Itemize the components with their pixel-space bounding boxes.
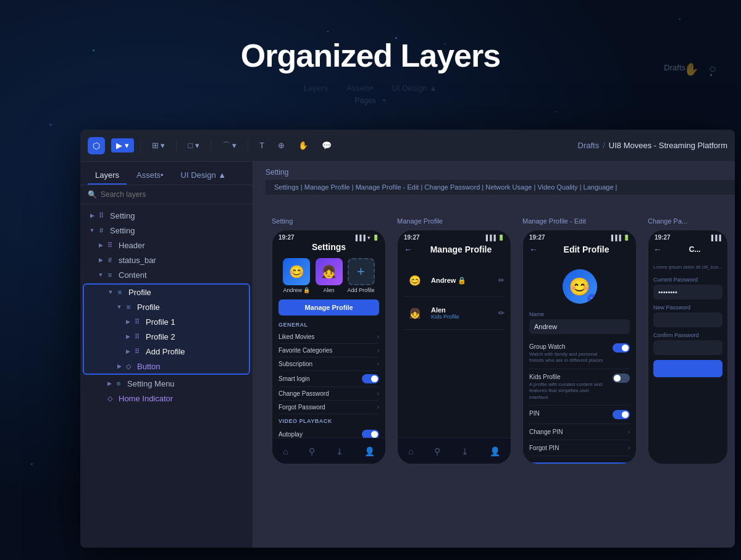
status-icons: ▐▐▐ ▾ 🔋 [354, 235, 379, 241]
canvas-area[interactable]: Setting Settings | Manage Profile | Mana… [253, 162, 735, 548]
app-logo: ⬡ [88, 137, 105, 154]
manage-profile-button[interactable]: Manage Profile [278, 299, 379, 316]
layer-item-setting-component[interactable]: ▶ ⠿ Setting [83, 208, 250, 223]
design-app: ⬡ ▶ ▾ ⊞ ▾ □ ▾ ⌒ ▾ T ⊕ ✋ 💬 Drafts / UI8 M… [80, 130, 735, 548]
layer-item-header[interactable]: ▶ ⠿ Header [83, 238, 250, 253]
nav-home[interactable]: ⌂ [283, 446, 288, 456]
hand-tool[interactable]: ✋ [293, 138, 313, 153]
pen-tool[interactable]: ⌒ ▾ [217, 138, 242, 154]
layer-tree: ▶ ⠿ Setting ▼ # Setting ▶ ⠿ Header [80, 204, 253, 548]
layer-label: Content [119, 270, 147, 280]
layer-item-status-bar[interactable]: ▶ # status_bar [83, 253, 250, 267]
video-section-title: Video Playback [278, 418, 379, 424]
profile-edit-icon-alen[interactable]: ✏ [498, 309, 504, 317]
text-tool[interactable]: T [254, 138, 269, 153]
component-tool[interactable]: ⊕ [273, 138, 290, 153]
layer-item-content[interactable]: ▼ ≡ Content [83, 267, 250, 282]
tab-ui-design[interactable]: UI Design ▲ [174, 167, 234, 185]
panel-search: 🔍 [80, 185, 253, 204]
profile-list-info-andrew: Andrew 🔒 [431, 277, 498, 285]
toolbar-separator-3 [211, 140, 211, 152]
change-password-button[interactable] [653, 360, 722, 377]
breadcrumb-drafts: Drafts [578, 141, 600, 150]
select-tool[interactable]: ▶ ▾ [111, 138, 134, 153]
frame-tool[interactable]: ⊞ ▾ [147, 138, 170, 153]
layer-label: Home Indicator [119, 394, 173, 403]
name-input[interactable] [529, 319, 630, 334]
back-button-edit[interactable]: ← [529, 244, 538, 254]
liked-movies-item[interactable]: Liked Movies › [278, 330, 379, 344]
settings-content: Settings 😊 Andrew 🔒 👧 Alen [272, 242, 385, 464]
edit-profile-title: Edit Profile [543, 244, 630, 254]
group-watch-setting: Group Watch Watch with family and person… [529, 339, 630, 369]
layer-item-home-indicator[interactable]: ◇ Home Indicator [83, 391, 250, 406]
search-input[interactable] [101, 190, 245, 199]
smart-login-item[interactable]: Smart login [278, 371, 379, 387]
profile-avatar-alen: 👧 Alen [316, 258, 343, 293]
confirm-password-input[interactable] [653, 340, 722, 355]
nav-search[interactable]: ⚲ [309, 446, 315, 456]
favorite-categories-item[interactable]: Favorite Categories › [278, 344, 379, 357]
pin-setting: PIN [529, 406, 630, 424]
settings-title: Settings [278, 242, 379, 252]
forgot-password-item[interactable]: Forgot Password › [278, 401, 379, 414]
confirm-password-field: Confirm Password [653, 332, 722, 355]
comment-tool[interactable]: 💬 [317, 138, 337, 153]
layer-item-button[interactable]: ▶ ◇ Button [84, 359, 249, 374]
toolbar-separator-1 [140, 140, 141, 152]
screen-header-manage: ← Manage Profile [404, 242, 504, 257]
phone-frame-edit-profile: 19:27 ▐▐▐🔋 ← Edit Profile [522, 230, 637, 464]
layer-item-add-profile[interactable]: ▶ ⠿ Add Profile [84, 344, 249, 359]
app-toolbar: ⬡ ▶ ▾ ⊞ ▾ □ ▾ ⌒ ▾ T ⊕ ✋ 💬 Drafts / UI8 M… [80, 130, 735, 162]
change-password-item[interactable]: Change Password › [278, 387, 379, 401]
pin-toggle[interactable] [613, 410, 630, 419]
app-body: Layers Assets• UI Design ▲ 🔍 ▶ ⠿ Setting… [80, 162, 735, 548]
profile-list-item-alen[interactable]: 👧 Alen Kids Profile ✏ [404, 297, 504, 330]
toolbar-separator-2 [176, 140, 177, 152]
kids-profile-toggle[interactable] [613, 374, 630, 383]
manage-profile-content: ← Manage Profile 😊 Andrew 🔒 ✏ [398, 242, 511, 330]
profile-list-item-andrew[interactable]: 😊 Andrew 🔒 ✏ [404, 264, 504, 297]
layer-item-profile-1[interactable]: ▶ ⠿ Profile 1 [84, 314, 249, 329]
status-bar-settings: 19:27 ▐▐▐ ▾ 🔋 [272, 230, 385, 242]
layer-label: Profile [137, 303, 160, 312]
save-button[interactable]: Save [529, 462, 630, 464]
layer-item-profile-inner[interactable]: ▼ ≡ Profile [84, 299, 249, 314]
nav-download[interactable]: ⤓ [336, 446, 343, 456]
layer-label: Profile 2 [146, 332, 175, 341]
layer-label: Profile 1 [146, 317, 175, 327]
back-button-manage[interactable]: ← [404, 244, 412, 254]
layer-item-setting-menu[interactable]: ▶ ≡ Setting Menu [83, 376, 250, 391]
status-bar-edit: 19:27 ▐▐▐🔋 [523, 230, 636, 242]
layer-item-setting-frame[interactable]: ▼ # Setting [83, 223, 250, 238]
forgot-pin-setting[interactable]: Forgot PIN › [529, 440, 630, 456]
phone-frame-change-password: 19:27 ▐▐▐ ← C... Lorem ipsum dolor sit c… [648, 230, 728, 464]
change-pin-setting[interactable]: Change PIN › [529, 424, 630, 440]
tab-layers[interactable]: Layers [88, 167, 127, 185]
kids-profile-setting: Kids Profile A profile with curated cont… [529, 369, 630, 406]
shape-tool[interactable]: □ ▾ [183, 138, 204, 153]
layer-item-profile-2[interactable]: ▶ ⠿ Profile 2 [84, 329, 249, 344]
current-password-input[interactable] [653, 285, 722, 299]
canvas-breadcrumb-bar: Settings | Manage Profile | Manage Profi… [266, 179, 735, 194]
new-password-input[interactable] [653, 312, 722, 327]
layer-label: Setting Menu [127, 379, 175, 388]
edit-profile-avatar: 😊 2 [563, 269, 597, 304]
profile-edit-icon-andrew[interactable]: ✏ [498, 276, 504, 285]
add-profile-btn[interactable]: + [348, 258, 375, 285]
nav-profile[interactable]: 👤 [364, 446, 375, 456]
frame-label-settings: Setting [272, 217, 293, 225]
frame-group-manage-profile: Manage Profile 19:27 ▐▐▐🔋 ← Manage Profi… [397, 217, 511, 541]
profile-avatar-andrew: 😊 Andrew 🔒 [283, 258, 310, 293]
toolbar-separator-4 [248, 140, 248, 152]
avatar-img: 😊 [283, 258, 310, 285]
bottom-nav-manage: ⌂ ⚲ ⤓ 👤 [398, 438, 511, 464]
frame-group-change-password: Change Pa... 19:27 ▐▐▐ ← C... [648, 217, 728, 541]
layer-label: status_bar [119, 256, 156, 265]
subscription-item[interactable]: Subscription › [278, 357, 379, 371]
tab-assets[interactable]: Assets• [129, 167, 171, 185]
layer-item-profile-outer[interactable]: ▼ ≡ Profile [84, 285, 249, 299]
avatar-img-alen: 👧 [316, 258, 343, 285]
group-watch-toggle[interactable] [613, 343, 630, 353]
smart-login-toggle[interactable] [362, 374, 379, 383]
